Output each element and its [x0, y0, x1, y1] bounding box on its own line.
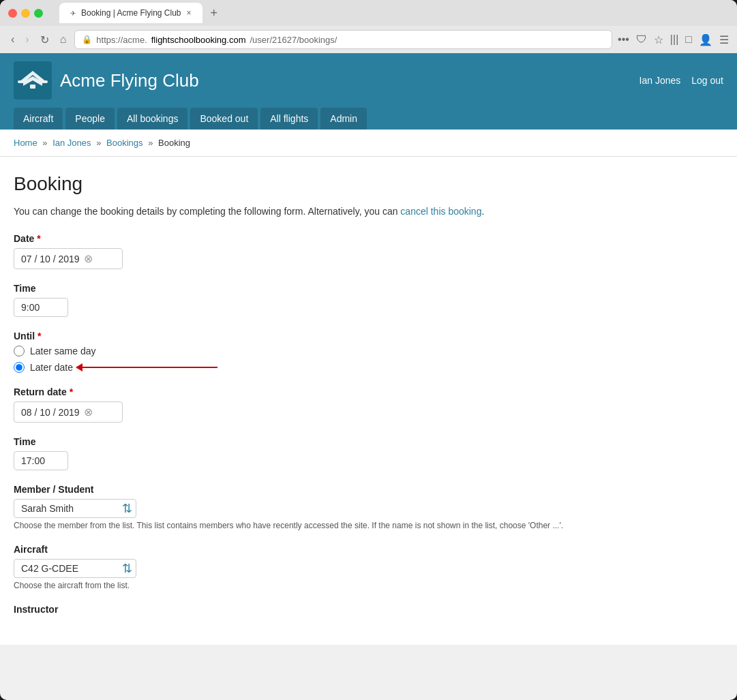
svg-rect-3	[38, 80, 48, 83]
url-prefix: https://acme.	[96, 35, 147, 45]
breadcrumb: Home » Ian Jones » Bookings » Booking	[0, 130, 737, 157]
site-header: Acme Flying Club Ian Jones Log out	[0, 53, 737, 108]
red-arrow-line	[81, 367, 217, 368]
breadcrumb-current: Booking	[158, 138, 190, 148]
breadcrumb-sep-3: »	[148, 138, 153, 148]
aircraft-label: Aircraft	[14, 544, 723, 555]
time-label: Time	[14, 283, 723, 294]
tab-all-flights[interactable]: All flights	[260, 108, 318, 130]
tab-people[interactable]: People	[65, 108, 115, 130]
logo-plane-icon	[14, 61, 52, 100]
address-bar: ‹ › ↻ ⌂ 🔒 https://acme.flightschoolbooki…	[0, 26, 737, 53]
lock-icon: 🔒	[82, 35, 92, 44]
traffic-lights	[8, 9, 43, 18]
minimize-button[interactable]	[21, 9, 30, 18]
tab-icon: ✈	[70, 10, 76, 17]
aircraft-help-text: Choose the aircraft from the list.	[14, 581, 723, 590]
nav-tabs: Aircraft People All bookings Booked out …	[0, 108, 737, 130]
later-date-option[interactable]: Later date	[14, 362, 73, 373]
tab-bar: ✈ Booking | Acme Flying Club × +	[59, 3, 729, 23]
member-help-text: Choose the member from the list. This li…	[14, 521, 723, 530]
title-bar: ✈ Booking | Acme Flying Club × +	[0, 0, 737, 26]
breadcrumb-sep-2: »	[96, 138, 101, 148]
breadcrumb-home[interactable]: Home	[14, 138, 37, 148]
until-required: *	[37, 331, 41, 341]
logout-button[interactable]: Log out	[691, 75, 723, 86]
return-time-field-group: Time	[14, 436, 723, 470]
page-content: Booking You can change the booking detai…	[0, 157, 737, 645]
home-button[interactable]: ⌂	[57, 31, 70, 48]
later-same-day-option[interactable]: Later same day	[14, 346, 723, 356]
site-title: Acme Flying Club	[60, 70, 199, 91]
sidebar-icon[interactable]: □	[685, 33, 692, 46]
later-same-day-radio[interactable]	[14, 346, 25, 356]
more-options-button[interactable]: •••	[618, 33, 629, 46]
arrow-annotation	[81, 367, 217, 368]
aircraft-select[interactable]: C42 G-CDEE	[14, 559, 136, 578]
breadcrumb-sep-1: »	[42, 138, 47, 148]
later-date-label: Later date	[30, 362, 73, 373]
date-label: Date *	[14, 233, 723, 244]
date-field-group: Date * 07 / 10 / 2019 ⊗	[14, 233, 723, 269]
time-input[interactable]	[14, 298, 68, 317]
tab-booked-out[interactable]: Booked out	[190, 108, 258, 130]
url-bar[interactable]: 🔒 https://acme.flightschoolbooking.com/u…	[74, 30, 612, 49]
return-date-input[interactable]: 08 / 10 / 2019 ⊗	[14, 401, 123, 423]
return-time-label: Time	[14, 436, 723, 447]
until-radio-group: Later same day Later date	[14, 346, 723, 373]
aircraft-field-group: Aircraft C42 G-CDEE ⇅ Choose the aircraf…	[14, 544, 723, 590]
browser-toolbar-right: ••• 🛡 ☆ ||| □ 👤 ☰	[618, 33, 729, 46]
date-clear-button[interactable]: ⊗	[84, 252, 93, 265]
tab-aircraft[interactable]: Aircraft	[14, 108, 63, 130]
return-date-value: 08 / 10 / 2019	[21, 407, 80, 418]
tab-all-bookings[interactable]: All bookings	[117, 108, 188, 130]
browser-window: ✈ Booking | Acme Flying Club × + ‹ › ↻ ⌂…	[0, 0, 737, 700]
later-date-option-row: Later date	[14, 362, 723, 373]
bookmark-icon[interactable]: ☆	[654, 33, 663, 46]
tab-title: Booking | Acme Flying Club	[81, 8, 181, 18]
date-value: 07 / 10 / 2019	[21, 254, 80, 264]
content-area: Home » Ian Jones » Bookings » Booking Bo…	[0, 130, 737, 645]
url-domain: flightschoolbooking.com	[151, 35, 246, 45]
tab-close-button[interactable]: ×	[187, 8, 192, 18]
reading-list-icon: |||	[670, 33, 678, 46]
date-required: *	[37, 233, 40, 244]
url-suffix: /user/21627/bookings/	[250, 35, 337, 45]
refresh-button[interactable]: ↻	[37, 31, 52, 49]
until-field-group: Until * Later same day Later date	[14, 331, 723, 373]
instructor-field-group: Instructor	[14, 604, 723, 615]
site-logo: Acme Flying Club	[14, 61, 199, 100]
date-input[interactable]: 07 / 10 / 2019 ⊗	[14, 248, 123, 269]
header-user-area: Ian Jones Log out	[640, 75, 723, 86]
return-date-field-group: Return date * 08 / 10 / 2019 ⊗	[14, 386, 723, 423]
aircraft-select-wrapper: C42 G-CDEE ⇅	[14, 559, 136, 578]
time-field-group: Time	[14, 283, 723, 317]
svg-rect-2	[18, 80, 27, 83]
shield-icon: 🛡	[636, 33, 647, 46]
tab-admin[interactable]: Admin	[320, 108, 367, 130]
breadcrumb-bookings[interactable]: Bookings	[106, 138, 142, 148]
active-tab[interactable]: ✈ Booking | Acme Flying Club ×	[59, 3, 202, 23]
red-arrow-head	[76, 363, 82, 371]
instructor-label: Instructor	[14, 604, 723, 615]
return-time-input[interactable]	[14, 451, 68, 470]
later-date-radio[interactable]	[14, 362, 25, 373]
svg-rect-1	[30, 85, 35, 89]
intro-text: You can change the booking details by co…	[14, 206, 723, 217]
forward-button[interactable]: ›	[22, 31, 31, 48]
later-same-day-label: Later same day	[30, 346, 96, 356]
until-label: Until *	[14, 331, 723, 341]
back-button[interactable]: ‹	[8, 31, 17, 48]
page-title: Booking	[14, 173, 723, 195]
new-tab-button[interactable]: +	[205, 3, 224, 23]
profile-icon[interactable]: 👤	[699, 33, 712, 46]
menu-icon[interactable]: ☰	[719, 33, 729, 46]
return-date-label: Return date *	[14, 386, 723, 397]
cancel-booking-link[interactable]: cancel this booking	[400, 206, 481, 217]
breadcrumb-ian-jones[interactable]: Ian Jones	[52, 138, 91, 148]
return-date-clear-button[interactable]: ⊗	[84, 406, 93, 419]
close-button[interactable]	[8, 9, 17, 18]
member-select[interactable]: Sarah Smith	[14, 499, 136, 518]
user-name: Ian Jones	[640, 75, 681, 86]
maximize-button[interactable]	[34, 9, 43, 18]
